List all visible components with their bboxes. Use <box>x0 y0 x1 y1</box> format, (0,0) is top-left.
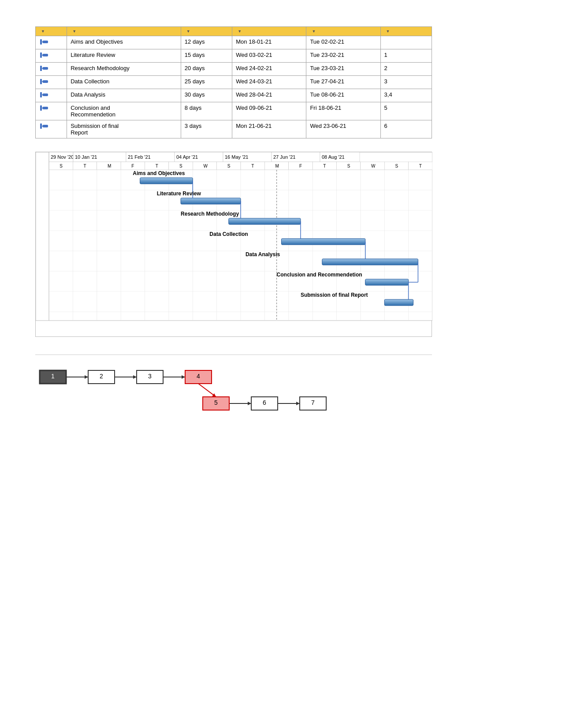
task-mode-cell <box>36 89 67 102</box>
svg-text:7: 7 <box>311 399 315 406</box>
svg-rect-4 <box>43 54 48 56</box>
task-duration-cell: 30 days <box>181 89 232 102</box>
duration-dropdown-icon[interactable]: ▼ <box>186 29 190 34</box>
svg-text:T: T <box>419 164 422 168</box>
svg-text:Data Collection: Data Collection <box>209 231 248 237</box>
svg-text:Aims and Objectives: Aims and Objectives <box>133 170 185 176</box>
task-duration-cell: 12 days <box>181 36 232 49</box>
task-pred-cell <box>380 36 432 49</box>
task-start-cell: Wed 09-06-21 <box>232 102 306 120</box>
table-row: Submission of final Report3 daysMon 21-0… <box>36 120 432 138</box>
col-header-task-mode: ▼ <box>36 27 67 36</box>
svg-text:4: 4 <box>197 373 200 380</box>
task-mode-cell <box>36 63 67 76</box>
task-table: ▼ ▼ ▼ ▼ <box>35 26 432 138</box>
task-pred-cell: 2 <box>380 63 432 76</box>
task-start-cell: Wed 03-02-21 <box>232 49 306 63</box>
task-finish-cell: Fri 18-06-21 <box>306 102 380 120</box>
svg-marker-5 <box>42 54 43 56</box>
svg-marker-132 <box>182 375 185 379</box>
svg-text:T: T <box>323 164 326 168</box>
svg-rect-96 <box>140 178 193 184</box>
svg-text:W: W <box>203 164 208 168</box>
svg-text:Conclusion and Recommendetion: Conclusion and Recommendetion <box>277 272 362 278</box>
svg-text:3: 3 <box>148 373 152 380</box>
svg-marker-8 <box>42 67 43 70</box>
col-header-task-name: ▼ <box>67 27 181 36</box>
svg-text:M: M <box>275 164 279 168</box>
svg-text:6: 6 <box>263 399 266 406</box>
task-finish-cell: Wed 23-06-21 <box>306 120 380 138</box>
svg-text:S: S <box>179 164 182 168</box>
svg-text:08 Aug '21: 08 Aug '21 <box>322 154 345 160</box>
task-pred-cell: 3,4 <box>380 89 432 102</box>
col-header-duration: ▼ <box>181 27 232 36</box>
task-duration-cell: 15 days <box>181 49 232 63</box>
svg-text:Literature Review: Literature Review <box>157 190 201 197</box>
task-name-cell: Data Analysis <box>67 89 181 102</box>
task-mode-cell <box>36 36 67 49</box>
task-duration-cell: 8 days <box>181 102 232 120</box>
table-row: Literature Review15 daysWed 03-02-21Tue … <box>36 49 432 63</box>
gantt-chart: 29 Nov '2010 Jan '2121 Feb '2104 Apr '21… <box>35 152 432 337</box>
svg-rect-106 <box>229 218 301 224</box>
svg-text:29 Nov '20: 29 Nov '20 <box>51 154 74 160</box>
svg-text:T: T <box>84 164 86 168</box>
svg-rect-121 <box>365 279 409 285</box>
task-start-cell: Wed 28-04-21 <box>232 89 306 102</box>
svg-rect-126 <box>384 299 413 306</box>
task-duration-cell: 3 days <box>181 120 232 138</box>
task-name-cell: Research Methodology <box>67 63 181 76</box>
table-row: Conclusion and Recommendetion8 daysWed 0… <box>36 102 432 120</box>
svg-rect-19 <box>43 125 48 127</box>
col-header-start: ▼ <box>232 27 306 36</box>
task-mode-dropdown-icon[interactable]: ▼ <box>41 29 45 34</box>
svg-text:21 Feb '21: 21 Feb '21 <box>128 154 151 160</box>
task-mode-cell <box>36 120 67 138</box>
task-start-cell: Mon 18-01-21 <box>232 36 306 49</box>
svg-marker-138 <box>296 402 300 405</box>
finish-dropdown-icon[interactable]: ▼ <box>312 29 316 34</box>
svg-rect-10 <box>43 80 48 83</box>
task-finish-cell: Tue 23-03-21 <box>306 63 380 76</box>
task-start-cell: Wed 24-02-21 <box>232 63 306 76</box>
task-name-dropdown-icon[interactable]: ▼ <box>72 29 76 34</box>
pred-dropdown-icon[interactable]: ▼ <box>386 29 390 34</box>
svg-text:S: S <box>395 164 398 168</box>
task-duration-cell: 25 days <box>181 76 232 89</box>
svg-text:Submission of final Report: Submission of final Report <box>301 292 368 298</box>
task-start-cell: Mon 21-06-21 <box>232 120 306 138</box>
svg-rect-6 <box>40 66 42 71</box>
svg-rect-18 <box>40 123 42 129</box>
network-diagram: 1234567 <box>35 355 432 425</box>
svg-rect-111 <box>281 239 365 245</box>
task-finish-cell: Tue 27-04-21 <box>306 76 380 89</box>
svg-text:1: 1 <box>51 373 55 380</box>
svg-text:S: S <box>347 164 350 168</box>
start-dropdown-icon[interactable]: ▼ <box>238 29 242 34</box>
svg-marker-14 <box>42 93 43 96</box>
svg-text:F: F <box>299 164 302 168</box>
svg-text:S: S <box>60 164 63 168</box>
svg-rect-16 <box>43 107 48 109</box>
task-name-cell: Aims and Objectives <box>67 36 181 49</box>
table-row: Research Methodology20 daysWed 24-02-21T… <box>36 63 432 76</box>
task-start-cell: Wed 24-03-21 <box>232 76 306 89</box>
task-finish-cell: Tue 23-02-21 <box>306 49 380 63</box>
svg-marker-11 <box>42 80 43 83</box>
svg-text:S: S <box>227 164 231 168</box>
svg-rect-7 <box>43 67 48 70</box>
task-mode-cell <box>36 49 67 63</box>
svg-rect-101 <box>181 198 241 204</box>
task-pred-cell: 3 <box>380 76 432 89</box>
task-pred-cell: 6 <box>380 120 432 138</box>
svg-marker-20 <box>42 125 43 127</box>
col-header-finish: ▼ <box>306 27 380 36</box>
svg-rect-15 <box>40 105 42 111</box>
svg-rect-116 <box>322 259 418 265</box>
svg-text:2: 2 <box>100 373 103 380</box>
svg-marker-17 <box>42 107 43 109</box>
task-name-cell: Literature Review <box>67 49 181 63</box>
svg-text:Data Analysis: Data Analysis <box>246 251 280 258</box>
task-duration-cell: 20 days <box>181 63 232 76</box>
